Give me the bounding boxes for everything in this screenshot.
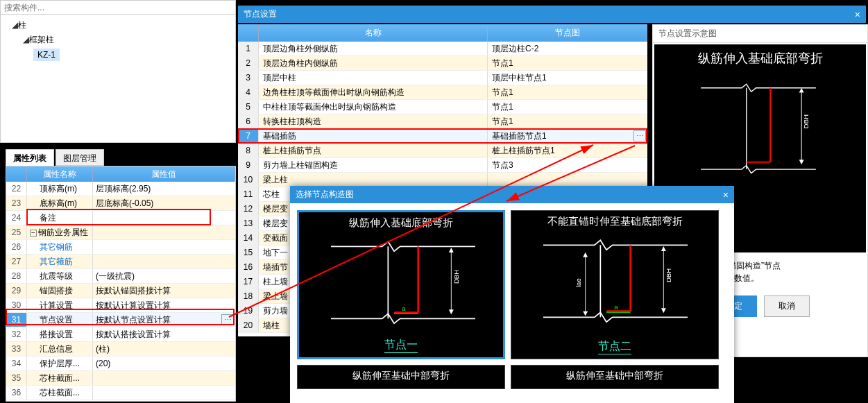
- node-row[interactable]: 4 边角柱柱顶等截面伸出时纵向钢筋构造 节点1: [238, 85, 647, 100]
- tree-panel: ◢柱 ◢框架柱 KZ-1: [0, 0, 236, 143]
- prop-header: 属性名称 属性值: [6, 166, 235, 182]
- property-table: 属性名称 属性值 22 顶标高(m) 层顶标高(2.95) 23 底标高(m) …: [6, 166, 236, 402]
- thumbnail-grid: 纵筋伸入基础底部弯折 DBH a 节点一 不能直锚时伸至基础底部弯折 DBH a…: [290, 203, 734, 397]
- node-row[interactable]: 9 剪力墙上柱锚固构造 节点3: [238, 158, 647, 173]
- close-icon[interactable]: ×: [723, 189, 729, 200]
- expand-icon: ◢: [22, 35, 29, 44]
- tab-bar: 属性列表 图层管理: [6, 149, 236, 166]
- svg-text:a: a: [402, 305, 406, 312]
- prop-row[interactable]: 31 节点设置 按默认节点设置计算⋯: [6, 313, 235, 327]
- dialog-title: 选择节点构造图: [296, 189, 354, 200]
- prop-row[interactable]: 25 −钢筋业务属性: [6, 225, 235, 240]
- diagram-title: 节点设置示意图: [653, 25, 867, 43]
- cancel-button[interactable]: 取消: [764, 295, 810, 317]
- node-row[interactable]: 2 顶层边角柱内侧纵筋 节点1: [238, 56, 647, 71]
- prop-row[interactable]: 27 其它箍筋: [6, 255, 235, 269]
- tree-node-frame-column[interactable]: ◢框架柱: [11, 33, 225, 47]
- node-table-header: 名称 节点图: [238, 24, 647, 42]
- svg-text:DBH: DBH: [803, 114, 810, 128]
- node-thumbnail[interactable]: 纵筋伸至基础中部弯折: [297, 365, 505, 389]
- prop-row[interactable]: 28 抗震等级 (一级抗震): [6, 269, 235, 284]
- node-thumbnail[interactable]: 纵筋伸至基础中部弯折: [511, 365, 719, 389]
- select-node-dialog: 选择节点构造图 × 纵筋伸入基础底部弯折 DBH a 节点一 不能直锚时伸至基础…: [290, 186, 734, 403]
- prop-row[interactable]: 30 计算设置 按默认计算设置计算: [6, 298, 235, 313]
- ellipsis-button[interactable]: ⋯: [221, 314, 234, 325]
- select-dialog-titlebar: 选择节点构造图 ×: [290, 186, 734, 203]
- prop-row[interactable]: 32 搭接设置 按默认搭接设置计算: [6, 327, 235, 342]
- tree-node-kz1[interactable]: KZ-1: [11, 47, 225, 62]
- diagram-svg: DBH: [675, 74, 842, 174]
- prop-row[interactable]: 29 锚固搭接 按默认锚固搭接计算: [6, 284, 235, 298]
- prop-row[interactable]: 35 芯柱截面...: [6, 371, 235, 386]
- node-thumbnail[interactable]: 不能直锚时伸至基础底部弯折 DBH a lae 节点二: [511, 210, 719, 359]
- node-row[interactable]: 6 转换柱柱顶构造 节点1: [238, 114, 647, 129]
- node-row[interactable]: 10 梁上柱: [238, 173, 647, 187]
- node-row[interactable]: 7 基础插筋 基础插筋节点1⋯: [238, 129, 647, 144]
- tab-layers[interactable]: 图层管理: [56, 149, 104, 166]
- prop-row[interactable]: 24 备注: [6, 211, 235, 225]
- prop-row[interactable]: 34 保护层厚... (20): [6, 357, 235, 371]
- expand-icon: ◢: [11, 20, 18, 30]
- prop-row[interactable]: 26 其它钢筋: [6, 240, 235, 255]
- component-tree: ◢柱 ◢框架柱 KZ-1: [1, 15, 235, 66]
- svg-text:DBH: DBH: [452, 270, 460, 284]
- ellipsis-button[interactable]: ⋯: [633, 130, 646, 142]
- prop-row[interactable]: 33 汇总信息 (柱): [6, 342, 235, 357]
- svg-text:lae: lae: [575, 278, 582, 287]
- tree-node-column[interactable]: ◢柱: [11, 18, 225, 33]
- node-row[interactable]: 5 中柱柱顶等截面伸出时纵向钢筋构造 节点1: [238, 100, 647, 114]
- node-row[interactable]: 8 桩上柱插筋节点 桩上柱插筋节点1: [238, 144, 647, 158]
- prop-row[interactable]: 23 底标高(m) 层底标高(-0.05): [6, 196, 235, 211]
- node-row[interactable]: 1 顶层边角柱外侧纵筋 顶层边柱C-2: [238, 42, 647, 56]
- node-thumbnail[interactable]: 纵筋伸入基础底部弯折 DBH a 节点一: [297, 210, 505, 359]
- tab-properties[interactable]: 属性列表: [6, 149, 54, 166]
- search-input[interactable]: [1, 1, 235, 15]
- prop-row[interactable]: 36 芯柱截面...: [6, 386, 235, 400]
- svg-text:DBH: DBH: [665, 268, 672, 282]
- prop-row[interactable]: 22 顶标高(m) 层顶标高(2.95): [6, 182, 235, 196]
- node-row[interactable]: 3 顶层中柱 顶层中柱节点1: [238, 71, 647, 85]
- dialog-title: 节点设置: [244, 8, 277, 20]
- node-dialog-titlebar: 节点设置 ×: [238, 6, 866, 23]
- svg-text:a: a: [614, 303, 618, 311]
- close-icon[interactable]: ×: [855, 9, 860, 20]
